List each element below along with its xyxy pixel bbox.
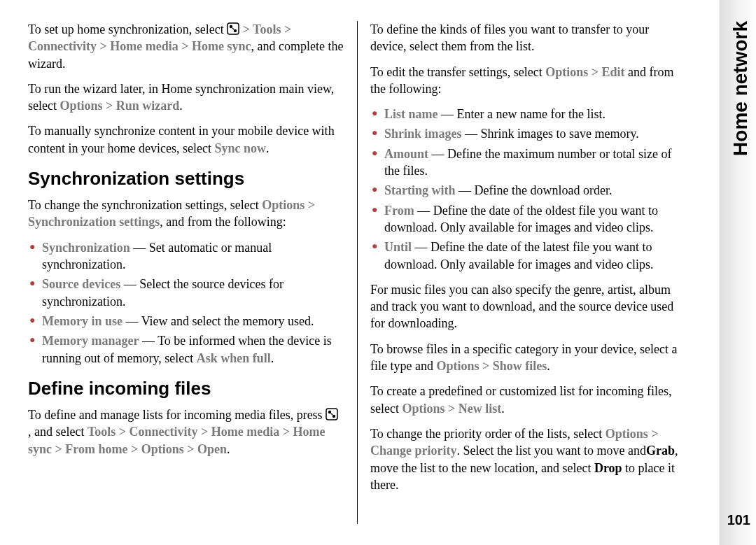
bullet-list: Synchronization — Set automatic or manua… <box>28 239 344 367</box>
paragraph: For music files you can also specify the… <box>370 281 686 332</box>
paragraph: To change the synchronization settings, … <box>28 197 344 231</box>
svg-point-4 <box>328 411 331 413</box>
paragraph: To edit the transfer settings, select Op… <box>370 64 686 98</box>
list-item: List name — Enter a new name for the lis… <box>370 106 686 122</box>
page-number: 101 <box>727 512 750 528</box>
menu-key-icon <box>326 408 338 420</box>
menu-key-icon <box>227 22 239 35</box>
svg-point-5 <box>332 415 335 418</box>
list-item: Shrink images — Shrink images to save me… <box>370 125 686 142</box>
list-item: Amount — Define the maximum number or to… <box>370 146 686 180</box>
paragraph: To run the wizard later, in Home synchro… <box>28 80 344 115</box>
paragraph: To browse files in a specific category i… <box>370 341 686 375</box>
list-item: Source devices — Select the source devic… <box>28 276 344 310</box>
heading-define-incoming: Define incoming files <box>28 376 344 401</box>
paragraph: To define the kinds of files you want to… <box>370 21 686 55</box>
list-item: Until — Define the date of the latest fi… <box>370 239 686 273</box>
paragraph: To define and manage lists for incoming … <box>28 406 344 458</box>
column-right: To define the kinds of files you want to… <box>357 21 686 524</box>
page-content: To set up home synchronization, select >… <box>0 0 714 545</box>
list-item: Starting with — Define the download orde… <box>370 182 686 199</box>
bullet-list: List name — Enter a new name for the lis… <box>370 106 686 273</box>
paragraph: To set up home synchronization, select >… <box>28 21 344 72</box>
paragraph: To manually synchronize content in your … <box>28 122 344 157</box>
list-item: Memory in use — View and select the memo… <box>28 313 344 330</box>
side-tab: Home network 101 <box>720 0 756 545</box>
list-item: Memory manager — To be informed when the… <box>28 332 344 367</box>
paragraph: To create a predefined or customized lis… <box>370 383 686 417</box>
paragraph: To change the priority order of the list… <box>370 425 686 493</box>
svg-point-1 <box>230 25 232 28</box>
section-title: Home network <box>729 21 752 156</box>
column-left: To set up home synchronization, select >… <box>28 21 357 524</box>
list-item: Synchronization — Set automatic or manua… <box>28 239 344 274</box>
list-item: From — Define the date of the oldest fil… <box>370 202 686 236</box>
heading-sync-settings: Synchronization settings <box>28 167 344 191</box>
svg-point-2 <box>234 29 237 32</box>
